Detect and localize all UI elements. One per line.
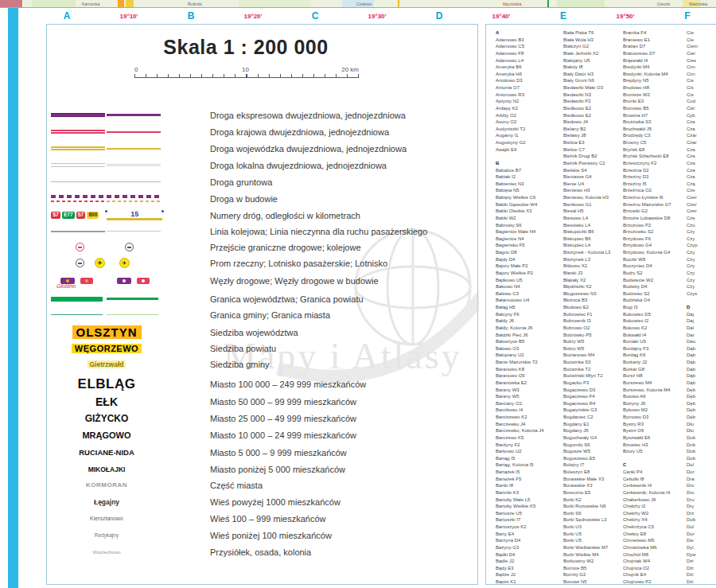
index-entry: Bartniki K3	[496, 489, 562, 496]
index-column-4: CieCieCiemCierCiesCimCimCisCisCisCudĆwiC…	[687, 29, 716, 586]
index-entry: Bartężek F5	[496, 476, 562, 483]
index-entry: Bitkowo X2	[563, 263, 630, 270]
index-entry: Biały Dwór H3	[563, 71, 630, 78]
index-entry: Chojnica O2	[623, 565, 690, 572]
index-entry: Dłu	[687, 421, 716, 428]
index-section-header: B	[496, 160, 562, 167]
grid-letter: A	[49, 10, 84, 21]
voivodeship-border-symbol	[47, 290, 166, 307]
legend-row-city-under-5k: MIKOŁAJKI Miasto poniżej 5 000 mieszkańc…	[47, 461, 477, 477]
index-entry: Czy	[687, 256, 716, 263]
index-entry: Chełchy X4	[623, 516, 690, 524]
index-entry: Bartążek I5	[496, 469, 562, 476]
index-entry: Babięty Wielkie C6	[496, 194, 562, 201]
passenger-airport-icon: ✈	[95, 258, 105, 268]
grid-longitude: 19°50'	[608, 13, 643, 20]
index-entry: Bronki E3	[623, 98, 690, 105]
index-entry: Bielnik Pierwszy C2	[563, 160, 630, 167]
scale-tick-label: 10	[242, 66, 249, 73]
index-entry: Biała Piska T6	[563, 29, 630, 37]
index-entry: Cis	[687, 77, 716, 84]
index-entry: Białe Jeziorki X2	[563, 50, 630, 57]
index-entry: Biskupiczki B6	[563, 228, 630, 236]
voivodeship-road-line-symbol	[47, 140, 166, 157]
index-entry: Babięta N5	[496, 187, 562, 194]
index-entry: Bielnik Drugi B2	[563, 153, 630, 160]
index-entry: Bogumiły S6	[563, 442, 630, 449]
index-entry: Bażyny G3	[496, 544, 562, 551]
index-entry: Buczyniec D4	[623, 263, 690, 270]
index-entry: Borki S6	[563, 510, 630, 517]
index-entry: Bielawy J8	[563, 132, 630, 139]
index-entry: Cza	[687, 119, 716, 126]
index-entry: Brzezina D2	[623, 167, 690, 174]
index-entry: Biały Grunt N6	[563, 77, 630, 84]
index-entry: Borki U5	[563, 537, 630, 544]
index-entry: Czy	[687, 228, 716, 236]
index-entry: Bielany B2	[563, 126, 630, 133]
index-entry: Bałamutowo U4	[496, 297, 562, 304]
index-entry: Bagienice N4	[496, 236, 562, 243]
index-entry: Cie	[687, 37, 716, 44]
index-entry: Brzydowo G4	[623, 242, 690, 249]
index-entry: Cebulki I8	[623, 476, 690, 483]
index-entry: Czer	[687, 201, 716, 208]
index-entry: Bakowo N4	[496, 283, 562, 290]
index-entry: Bobrówko P5	[563, 332, 630, 339]
index-entry: Borki Wielkie M4	[563, 551, 630, 559]
river-ferry-icon	[76, 259, 84, 267]
legend-row-city-10k: MRĄGOWO Miasto 10 000 – 24 999 mieszkańc…	[47, 426, 477, 443]
legend-row-ferry-airport: ✈ ✈ Prom rzeczny; Lotnisko pasażerskie; …	[47, 255, 477, 271]
index-entry: Dro	[687, 482, 716, 489]
index-entry: Chmielewo M5	[623, 537, 690, 544]
index-entry: Babrosty S6	[496, 222, 562, 229]
index-entry: Bieniewo H3	[563, 187, 630, 194]
map-strip: Kamionka Rutkniki Czołewo Męczówka Ciesz…	[0, 0, 716, 8]
legend-row-expressway: Droga ekspresowa dwujezdniowa, jednojezd…	[47, 107, 477, 123]
index-entry: Dru	[687, 496, 716, 504]
index-entry: Chojnowo P2	[623, 578, 690, 586]
index-entry: Bisztynek - Kolonia L3	[563, 249, 630, 256]
index-entry: Cza	[687, 146, 716, 154]
index-entry: Biedaszki Małe O3	[563, 84, 630, 92]
index-entry: Budzewo S2	[623, 290, 690, 298]
index-entry: Dyw	[687, 551, 716, 559]
index-entry: Dul	[687, 524, 716, 531]
index-entry	[496, 153, 562, 160]
legend-title: Skala 1 : 200 000	[47, 36, 445, 59]
road-number-badges: S7 E77 S7 600 15	[47, 207, 166, 224]
index-entry: Bobrownik I3	[563, 317, 630, 325]
index-entry: Cza	[687, 153, 716, 160]
index-entry: Brzostki G2	[623, 208, 690, 215]
index-entry: Bocianowo M4	[563, 352, 630, 359]
index-entry: Asuny O2	[496, 119, 562, 126]
index-entry: Czy	[687, 263, 716, 270]
index-entry: Brzozowo P2	[623, 222, 690, 229]
voivodeship-seat-example: OLSZTYN	[72, 325, 142, 339]
index-entry: Biesal H5	[563, 208, 630, 215]
index-entry: Dob	[687, 455, 716, 462]
index-entry: Awajki E4	[496, 146, 562, 154]
index-entry: Burkarty J2	[623, 359, 690, 366]
index-entry: Czy	[687, 249, 716, 256]
index-entry: Braniewo E1	[623, 37, 690, 44]
railway-line-symbol	[47, 223, 166, 239]
index-entry: Bagienice Małe N4	[496, 228, 562, 236]
index-entry: Bartosze U5	[496, 510, 562, 517]
legend-row-city-100k: ELBLĄG Miasto 100 000 – 249 999 mieszkań…	[47, 376, 477, 392]
index-entry: Bisztynek L3	[563, 256, 630, 263]
village-example: Redykajny	[95, 532, 119, 538]
index-entry: Dro	[687, 489, 716, 496]
index-entry: Czys	[687, 290, 716, 298]
index-entry: Białczyn G2	[563, 43, 630, 50]
index-entry: Dar	[687, 332, 716, 339]
road-node-symbols: Głobino	[47, 272, 166, 289]
expressway-badge: S7	[51, 212, 60, 219]
index-entry: Bronowo B5	[623, 105, 690, 112]
index-entry: Cud	[687, 98, 716, 105]
commune-border-symbol	[47, 306, 166, 323]
index-entry: Błudowo E2	[563, 304, 630, 311]
index-entry: Białuty I8	[563, 64, 630, 71]
legend-row-local-road: Droga lokalna dwujezdniowa, jednojezdnio…	[47, 157, 477, 173]
index-entry: Biedkowo E2	[563, 105, 630, 112]
